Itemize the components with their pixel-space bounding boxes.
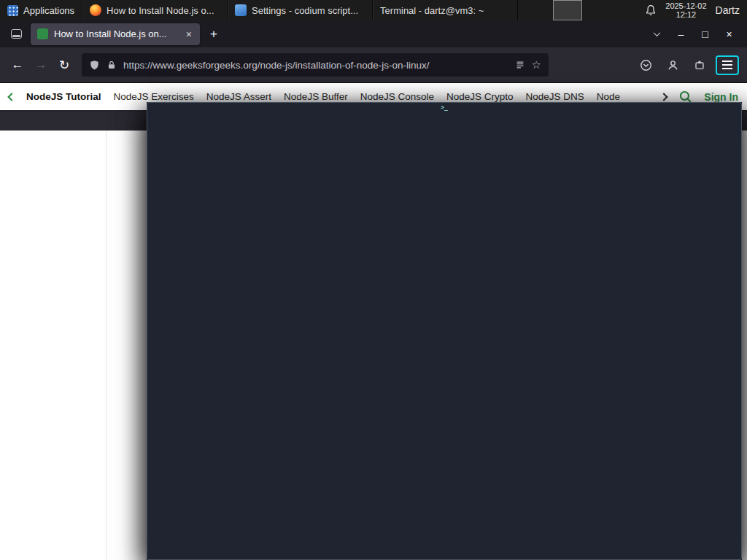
account-icon[interactable] [662,55,684,75]
nav-link-nodejs-console[interactable]: NodeJS Console [360,91,434,102]
tracking-shield-icon[interactable] [89,60,100,71]
nav-link-nodejs-dns[interactable]: NodeJS DNS [526,91,584,102]
applications-icon [7,5,18,16]
firefox-view-button[interactable] [6,24,26,44]
window-minimize-button[interactable]: – [669,24,693,44]
taskbar-button[interactable]: How to Install Node.js o... [82,0,228,20]
nav-link-node[interactable]: Node [597,91,620,102]
user-menu[interactable]: Dartz [716,4,740,16]
taskbar-button-label: Terminal - dartz@vm3: ~ [380,5,484,16]
tab-title: How to Install Node.js on... [54,28,179,39]
url-text[interactable]: https://www.geeksforgeeks.org/node-js/in… [123,60,508,71]
menu-button[interactable] [716,55,739,75]
lock-icon[interactable] [107,60,117,70]
nav-scroll-left-icon[interactable] [7,93,15,101]
applications-menu[interactable]: Applications [0,0,82,20]
firefox-icon [90,4,101,16]
taskbar-button-label: Settings - codium script... [252,5,358,16]
pocket-icon[interactable] [635,55,657,75]
nav-link-nodejs-buffer[interactable]: NodeJS Buffer [284,91,348,102]
chevron-down-icon [654,29,661,36]
reader-mode-icon[interactable] [515,60,525,70]
tab-favicon [37,28,48,39]
taskbar-button[interactable]: Settings - codium script... [228,0,373,20]
applications-label: Applications [23,5,74,16]
clock-date: 2025-12-02 [665,1,706,11]
settings-icon [235,4,247,16]
nav-link-nodejs-tutorial[interactable]: NodeJS Tutorial [26,91,101,102]
taskbar-button-label: How to Install Node.js o... [107,5,214,16]
toolbar-right-icons [635,55,741,75]
taskbar-button[interactable]: >_ [553,0,582,20]
sign-in-button[interactable]: Sign In [704,91,738,103]
forward-button[interactable]: → [29,53,53,77]
nav-scroll-right-icon[interactable] [660,93,668,101]
url-bar[interactable]: https://www.geeksforgeeks.org/node-js/in… [82,53,549,77]
clock-time: 12:12 [665,10,706,20]
new-tab-button[interactable]: + [204,24,224,44]
page-sidebar-divider [106,131,107,560]
taskbar: How to Install Node.js o...Settings - co… [82,0,582,20]
reload-button[interactable]: ↻ [53,53,76,77]
system-tray: 2025-12-02 12:12 Dartz [638,0,747,20]
taskbar-button[interactable]: >_Terminal - dartz@vm3: ~ [373,0,518,20]
extensions-icon[interactable] [689,55,711,75]
list-tabs-button[interactable] [645,24,669,44]
browser-tab[interactable]: How to Install Node.js on... × [31,23,200,45]
tab-strip: How to Install Node.js on... × + – □ × [0,20,747,47]
back-button[interactable]: ← [6,53,29,77]
window-close-button[interactable]: × [717,24,741,44]
bookmark-star-icon[interactable]: ☆ [532,58,541,71]
notification-bell-icon[interactable] [645,4,657,16]
nav-link-nodejs-exercises[interactable]: NodeJS Exercises [114,91,194,102]
tab-close-icon[interactable]: × [185,28,193,40]
window-maximize-button[interactable]: □ [693,24,717,44]
site-nav-links: NodeJS TutorialNodeJS ExercisesNodeJS As… [26,91,620,102]
top-panel: Applications How to Install Node.js o...… [0,0,747,20]
browser-toolbar: ← → ↻ https://www.geeksforgeeks.org/node… [0,47,747,83]
panel-clock[interactable]: 2025-12-02 12:12 [665,1,706,20]
nav-link-nodejs-crypto[interactable]: NodeJS Crypto [446,91,514,102]
firefox-view-icon [11,29,22,39]
nav-link-nodejs-assert[interactable]: NodeJS Assert [206,91,271,102]
